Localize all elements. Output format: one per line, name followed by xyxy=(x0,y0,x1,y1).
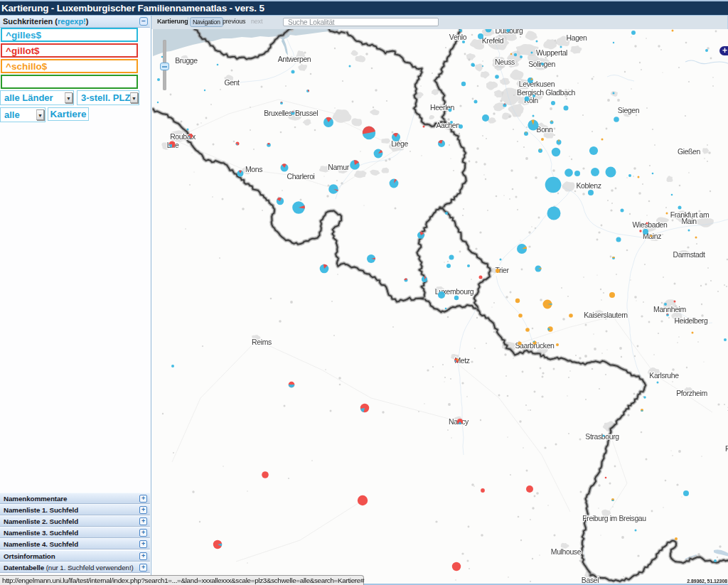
svg-text:Main: Main xyxy=(681,217,697,225)
svg-text:Leverkusen: Leverkusen xyxy=(519,80,555,88)
svg-text:Namur: Namur xyxy=(328,163,349,171)
svg-text:Mulhouse: Mulhouse xyxy=(551,547,582,556)
svg-text:Siegen: Siegen xyxy=(618,106,640,114)
svg-text:Darmstadt: Darmstadt xyxy=(673,250,705,259)
svg-text:Basel: Basel xyxy=(582,576,599,584)
svg-text:Brussel: Brussel xyxy=(295,109,318,117)
svg-text:Charleroi: Charleroi xyxy=(287,172,315,181)
svg-text:Kaiserslautern: Kaiserslautern xyxy=(584,311,628,319)
svg-text:Venlo: Venlo xyxy=(449,33,467,41)
svg-text:Krefeld: Krefeld xyxy=(482,36,504,45)
svg-text:Bonn: Bonn xyxy=(537,125,553,134)
svg-text:Mannheim: Mannheim xyxy=(653,305,686,313)
svg-text:Neuss: Neuss xyxy=(495,58,515,66)
svg-text:Aachen: Aachen xyxy=(436,121,460,129)
svg-text:Freiburg im Breisgau: Freiburg im Breisgau xyxy=(582,514,646,522)
svg-text:Reutlingen: Reutlingen xyxy=(725,444,728,453)
svg-text:Hagen: Hagen xyxy=(567,33,588,42)
svg-text:Antwerpen: Antwerpen xyxy=(278,55,311,63)
svg-text:Gießen: Gießen xyxy=(678,147,701,156)
svg-text:Brugge: Brugge xyxy=(175,56,198,65)
svg-text:Gent: Gent xyxy=(224,78,240,87)
svg-text:Karlsruhe: Karlsruhe xyxy=(649,371,679,380)
svg-text:Strasbourg: Strasbourg xyxy=(585,432,619,441)
svg-text:Wuppertal: Wuppertal xyxy=(536,48,567,57)
svg-text:Heidelberg: Heidelberg xyxy=(675,316,708,325)
svg-text:Pforzheim: Pforzheim xyxy=(676,389,707,397)
svg-text:Bruxelles: Bruxelles xyxy=(264,109,292,117)
svg-text:Wiesbaden: Wiesbaden xyxy=(633,220,668,229)
svg-text:Reims: Reims xyxy=(252,338,272,346)
svg-text:Koblenz: Koblenz xyxy=(576,181,601,190)
svg-text:Mons: Mons xyxy=(245,165,262,173)
